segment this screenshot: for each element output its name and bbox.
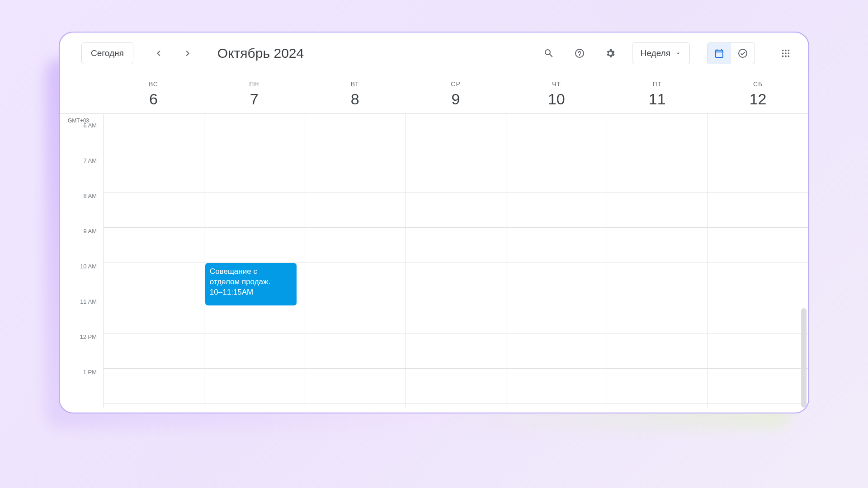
day-column[interactable] <box>305 114 406 408</box>
hour-cell[interactable] <box>708 228 808 263</box>
hour-cell[interactable] <box>305 333 406 369</box>
day-header[interactable]: СР9 <box>406 74 506 113</box>
hour-cell[interactable] <box>607 122 708 157</box>
period-title: Октябрь 2024 <box>217 46 304 61</box>
hour-cell[interactable] <box>607 263 708 298</box>
event-title: Совещание сотделом продаж. <box>210 267 292 287</box>
day-header[interactable]: ВТ8 <box>305 74 406 113</box>
hour-cell[interactable] <box>708 298 808 333</box>
hour-cell[interactable] <box>204 122 305 157</box>
hour-cell[interactable] <box>506 333 607 369</box>
settings-button[interactable] <box>601 44 619 62</box>
hour-cell[interactable] <box>204 333 305 369</box>
dow-label: ВТ <box>305 80 406 88</box>
day-column[interactable] <box>607 114 708 408</box>
hour-cell[interactable] <box>204 192 305 228</box>
hour-cell[interactable] <box>204 228 305 263</box>
hour-cell[interactable] <box>406 192 506 228</box>
hour-cell[interactable] <box>406 263 506 298</box>
hour-cell[interactable] <box>204 369 305 404</box>
hour-cell[interactable] <box>607 228 708 263</box>
today-button[interactable]: Сегодня <box>81 42 133 64</box>
help-button[interactable] <box>571 44 589 62</box>
hour-label: 12 PM <box>60 333 97 369</box>
apps-button[interactable] <box>777 44 795 62</box>
day-header[interactable]: ПН7 <box>204 74 305 113</box>
chevron-left-icon <box>153 48 164 59</box>
grid-scroll[interactable]: 6 AM7 AM8 AM9 AM10 AM11 AM12 PM1 PM Сове… <box>60 114 808 413</box>
hour-cell[interactable] <box>305 157 406 192</box>
hour-cell[interactable] <box>305 369 406 404</box>
day-number: 12 <box>708 90 808 108</box>
days-grid: Совещание сотделом продаж.10–11:15AM <box>103 114 808 408</box>
hour-cell[interactable] <box>506 122 607 157</box>
hour-cell[interactable] <box>104 157 204 192</box>
hour-cell[interactable] <box>506 228 607 263</box>
calendar-body: ВС6ПН7ВТ8СР9ЧТ10ПТ11СБ12 GMT+03 6 AM7 AM… <box>60 74 808 413</box>
hour-cell[interactable] <box>708 192 808 228</box>
view-select[interactable]: Неделя <box>632 42 690 64</box>
day-header[interactable]: ЧТ10 <box>506 74 607 113</box>
hour-cell[interactable] <box>708 122 808 157</box>
day-header[interactable]: ПТ11 <box>607 74 708 113</box>
hour-cell[interactable] <box>104 333 204 369</box>
hour-cell[interactable] <box>506 263 607 298</box>
svg-point-7 <box>785 56 787 57</box>
hour-cell[interactable] <box>104 263 204 298</box>
day-column[interactable]: Совещание сотделом продаж.10–11:15AM <box>204 114 305 408</box>
hour-cell[interactable] <box>406 333 506 369</box>
day-column[interactable] <box>103 114 204 408</box>
hour-cell[interactable] <box>607 333 708 369</box>
svg-point-4 <box>785 52 787 54</box>
hour-cell[interactable] <box>406 298 506 333</box>
hour-cell[interactable] <box>204 157 305 192</box>
hour-cell[interactable] <box>406 228 506 263</box>
hour-cell[interactable] <box>506 369 607 404</box>
hour-cell[interactable] <box>607 369 708 404</box>
gear-icon <box>605 48 616 59</box>
calendar-event[interactable]: Совещание сотделом продаж.10–11:15AM <box>205 263 297 305</box>
search-button[interactable] <box>540 44 558 62</box>
event-time: 10–11:15AM <box>210 287 292 298</box>
dow-label: ПТ <box>607 80 708 88</box>
hour-cell[interactable] <box>708 157 808 192</box>
hour-cell[interactable] <box>506 298 607 333</box>
next-week-button[interactable] <box>179 44 197 62</box>
dropdown-icon <box>675 50 681 56</box>
hour-cell[interactable] <box>607 157 708 192</box>
hour-cell[interactable] <box>305 192 406 228</box>
hour-cell[interactable] <box>506 192 607 228</box>
prev-week-button[interactable] <box>150 44 168 62</box>
calendar-icon <box>714 48 725 59</box>
hour-cell[interactable] <box>104 298 204 333</box>
tasks-view-button[interactable] <box>731 43 755 64</box>
calendar-view-button[interactable] <box>708 43 731 64</box>
day-number: 7 <box>204 90 305 108</box>
hour-cell[interactable] <box>406 369 506 404</box>
hour-cell[interactable] <box>305 298 406 333</box>
hour-cell[interactable] <box>104 192 204 228</box>
day-column[interactable] <box>406 114 506 408</box>
hour-cell[interactable] <box>506 157 607 192</box>
day-header[interactable]: ВС6 <box>103 74 204 113</box>
hour-cell[interactable] <box>104 369 204 404</box>
hour-cell[interactable] <box>708 369 808 404</box>
scrollbar-thumb[interactable] <box>801 308 807 408</box>
day-header[interactable]: СБ12 <box>708 74 808 113</box>
hour-cell[interactable] <box>305 122 406 157</box>
hour-cell[interactable] <box>104 122 204 157</box>
hour-cell[interactable] <box>607 192 708 228</box>
svg-point-0 <box>782 50 784 52</box>
search-icon <box>543 48 554 59</box>
hour-cell[interactable] <box>305 263 406 298</box>
hour-cell[interactable] <box>406 157 506 192</box>
hour-cell[interactable] <box>406 122 506 157</box>
day-column[interactable] <box>708 114 808 408</box>
hour-cell[interactable] <box>708 263 808 298</box>
hour-cell[interactable] <box>607 298 708 333</box>
hour-cell[interactable] <box>708 333 808 369</box>
day-column[interactable] <box>506 114 607 408</box>
hour-cell[interactable] <box>104 228 204 263</box>
svg-point-6 <box>782 56 784 57</box>
hour-cell[interactable] <box>305 228 406 263</box>
